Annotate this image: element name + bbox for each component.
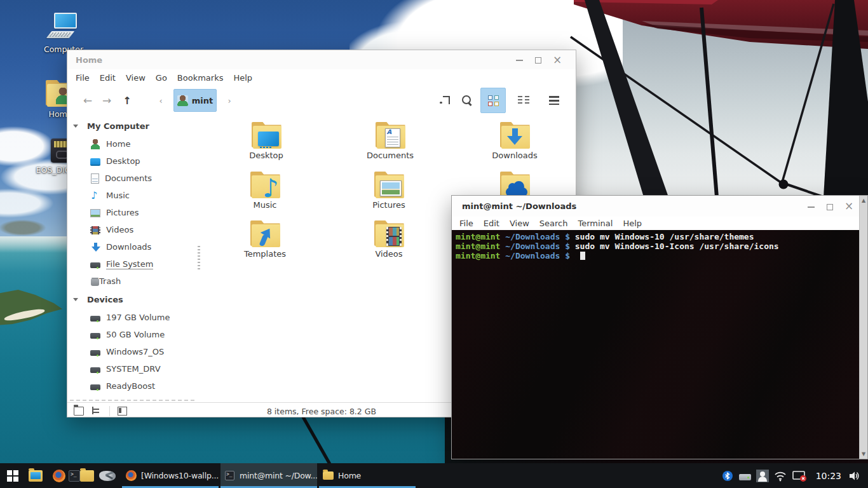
- quicklaunch-folder-icon[interactable]: [80, 469, 94, 483]
- sidebar-row[interactable]: My Computer: [67, 116, 200, 135]
- sidebar-row[interactable]: ReadyBoost: [67, 377, 200, 395]
- display-warning-icon[interactable]: [792, 470, 807, 482]
- sidebar-item-label: My Computer: [87, 121, 149, 131]
- sidebar-item-icon: [90, 242, 100, 252]
- back-button[interactable]: ←: [78, 94, 97, 107]
- taskbar-window-button[interactable]: [Windows10-wallp...: [122, 463, 219, 488]
- sidebar-row[interactable]: 50 GB Volume: [67, 326, 200, 343]
- bluetooth-icon[interactable]: [722, 471, 733, 481]
- folder-icon: ♪: [500, 172, 530, 198]
- prompt-symbol: $: [565, 232, 570, 241]
- close-button[interactable]: ×: [839, 200, 858, 212]
- sidebar-row[interactable]: Documents: [67, 170, 200, 187]
- location-entry-icon[interactable]: [437, 92, 454, 109]
- sidebar-row[interactable]: 197 GB Volume: [67, 309, 200, 326]
- compact-view-button[interactable]: [511, 88, 536, 113]
- breadcrumb-prev-icon[interactable]: ‹: [153, 96, 168, 105]
- terminal-content[interactable]: mint@mint~/Downloads$sudo mv Windows-10 …: [452, 230, 867, 459]
- picture-overlay-icon: [380, 180, 402, 196]
- file-manager-sidebar: My Computer Home Desktop: [67, 114, 200, 402]
- file-item[interactable]: ♪ Videos: [344, 220, 433, 259]
- menu-item[interactable]: Search: [534, 219, 573, 228]
- file-item[interactable]: ♪ Desktop: [222, 122, 311, 160]
- maximize-button[interactable]: [820, 200, 839, 212]
- taskbar-window-button[interactable]: mint@mint ~/Dow...: [220, 463, 317, 488]
- terminal-scrollbar[interactable]: ▲ ▼: [859, 196, 867, 459]
- terminal-titlebar[interactable]: mint@mint ~/Downloads ×: [452, 196, 867, 217]
- menu-item[interactable]: Edit: [95, 73, 121, 83]
- user-applet-icon[interactable]: [756, 470, 769, 482]
- taskbar-clock[interactable]: 10:23: [816, 471, 841, 481]
- file-item[interactable]: ♪ Downloads: [470, 122, 559, 160]
- file-manager-menubar: FileEditViewGoBookmarksHelp: [67, 69, 576, 86]
- minimize-button[interactable]: [510, 54, 529, 66]
- folder-icon: ♪: [374, 220, 404, 247]
- quicklaunch-app-icon[interactable]: [99, 469, 116, 483]
- minimize-button[interactable]: [801, 200, 820, 212]
- up-button[interactable]: ↑: [116, 95, 138, 107]
- menu-item[interactable]: Go: [151, 73, 172, 83]
- quicklaunch-terminal-icon[interactable]: [67, 469, 81, 483]
- menu-item[interactable]: View: [121, 73, 151, 83]
- menu-item[interactable]: Edit: [478, 219, 505, 228]
- file-item[interactable]: ♪ Documents: [346, 122, 435, 160]
- file-item[interactable]: ♪ Templates: [220, 220, 309, 259]
- search-icon[interactable]: [459, 92, 475, 109]
- sidebar-row[interactable]: Devices: [67, 290, 200, 309]
- section-collapse-icon[interactable]: [73, 298, 78, 301]
- sidebar-row[interactable]: Music: [67, 187, 200, 204]
- scroll-down-icon[interactable]: ▼: [860, 451, 867, 457]
- menu-item[interactable]: Help: [228, 73, 257, 83]
- menu-item[interactable]: Bookmarks: [172, 73, 229, 83]
- breadcrumb-home[interactable]: mint: [173, 89, 217, 112]
- sidebar-item-icon: [90, 262, 100, 268]
- quicklaunch-firefox-icon[interactable]: [52, 469, 66, 483]
- terminal-line: mint@mint~/Downloads$sudo mv Windows-10 …: [456, 232, 864, 241]
- prompt-user: mint@mint: [456, 232, 500, 241]
- desktop-icon-computer[interactable]: Computer: [35, 13, 92, 54]
- close-button[interactable]: ×: [548, 54, 567, 66]
- taskbar-window-button[interactable]: Home: [319, 463, 416, 488]
- quicklaunch-files-icon[interactable]: [29, 469, 43, 483]
- file-item[interactable]: ♪ Music: [220, 172, 309, 210]
- taskbar-window-icon: [224, 470, 236, 482]
- user-avatar-icon: [177, 95, 188, 106]
- menu-item[interactable]: Terminal: [573, 219, 618, 228]
- sidebar-row[interactable]: Home: [67, 135, 200, 152]
- folder-icon: ♪: [250, 172, 280, 198]
- sidebar-item-icon: [90, 350, 100, 356]
- file-item[interactable]: ♪ Pictures: [344, 172, 433, 210]
- sidebar-row[interactable]: Videos: [67, 221, 200, 238]
- prompt-path: ~/Downloads: [505, 251, 560, 261]
- compact-view-icon: [518, 95, 529, 106]
- sidebar-row[interactable]: Desktop: [67, 152, 200, 170]
- sidebar-row[interactable]: SYSTEM_DRV: [67, 360, 200, 377]
- section-collapse-icon[interactable]: [73, 125, 78, 128]
- forward-button[interactable]: →: [97, 94, 116, 107]
- menu-item[interactable]: Help: [618, 219, 647, 228]
- sidebar-row[interactable]: Trash: [67, 273, 200, 290]
- list-view-button[interactable]: [541, 88, 567, 113]
- sidebar-item-label: Home: [106, 139, 130, 149]
- sidebar-item-icon: [90, 316, 100, 322]
- file-manager-titlebar[interactable]: Home ×: [67, 50, 576, 69]
- menu-item[interactable]: File: [71, 73, 95, 83]
- scroll-up-icon[interactable]: ▲: [860, 198, 867, 203]
- prompt-path: ~/Downloads: [505, 232, 560, 241]
- sidebar-row[interactable]: Downloads: [67, 238, 200, 255]
- removable-drive-icon[interactable]: [739, 474, 751, 480]
- sidebar-row[interactable]: Windows7_OS: [67, 343, 200, 360]
- sidebar-row[interactable]: File System: [67, 255, 200, 273]
- sidebar-item-label: SYSTEM_DRV: [106, 364, 161, 374]
- menu-item[interactable]: View: [505, 219, 534, 228]
- icon-view-button[interactable]: [480, 88, 506, 113]
- maximize-button[interactable]: [529, 54, 548, 66]
- download-overlay-icon: [507, 128, 524, 146]
- breadcrumb-next-icon[interactable]: ›: [222, 96, 237, 105]
- start-button[interactable]: [7, 470, 18, 481]
- wifi-icon[interactable]: [774, 470, 787, 482]
- sidebar-row[interactable]: Pictures: [67, 204, 200, 221]
- menu-item[interactable]: File: [454, 219, 478, 228]
- command-text: sudo mv Windows-10-Icons /usr/share/icon…: [575, 241, 779, 251]
- volume-icon[interactable]: [848, 470, 860, 482]
